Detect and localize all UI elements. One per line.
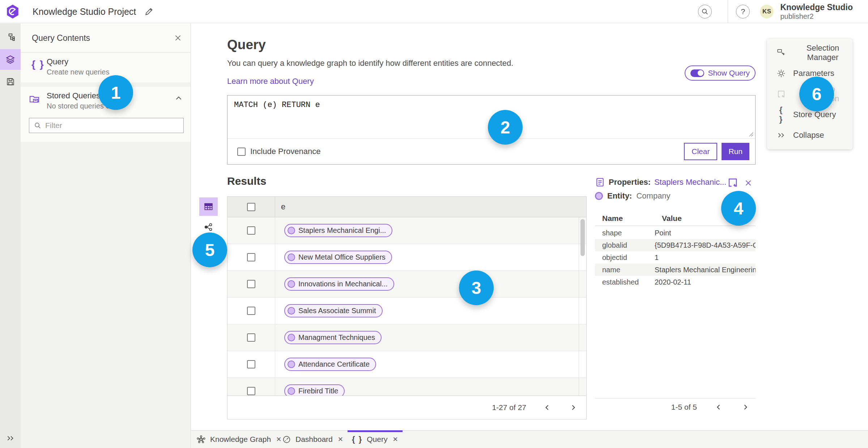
data-model-rail-button[interactable] [0, 27, 21, 48]
save-icon [6, 77, 15, 86]
entity-pill[interactable]: Innovations in Mechanical... [284, 277, 394, 291]
scrollbar-thumb[interactable] [580, 219, 585, 256]
table-row[interactable]: New Metal Office Suppliers [227, 244, 586, 271]
tab-query[interactable]: { } Query ✕ [348, 431, 403, 448]
results-next-page-button[interactable] [568, 402, 578, 413]
search-button[interactable] [698, 5, 712, 18]
row-checkbox[interactable] [247, 333, 255, 342]
filter-input[interactable] [45, 121, 179, 130]
braces-icon: { } [31, 59, 44, 70]
add-to-selection-icon [727, 177, 739, 188]
results-scrollbar[interactable] [579, 217, 586, 396]
table-row[interactable]: Innovations in Mechanical... [227, 271, 586, 298]
double-chevron-right-icon [6, 434, 15, 443]
properties-entity-link[interactable]: Staplers Mechanic... [654, 178, 726, 187]
panel-close-button[interactable] [173, 33, 183, 43]
entity-pill[interactable]: Sales Associate Summit [284, 304, 383, 317]
panel-header: Query Contents [21, 24, 191, 52]
table-icon [204, 202, 213, 212]
row-checkbox[interactable] [247, 387, 255, 395]
app-logo-icon[interactable] [5, 4, 20, 19]
add-to-selection-icon [776, 89, 786, 99]
entity-pill[interactable]: Firebird Title [284, 384, 345, 396]
select-all-checkbox[interactable] [247, 203, 255, 211]
show-query-toggle[interactable]: Show Query [685, 65, 756, 81]
properties-pagination: 1-5 of 5 [595, 398, 756, 416]
avatar[interactable]: KS [760, 5, 774, 18]
table-row[interactable]: Firebird Title [227, 378, 586, 396]
user-block[interactable]: Knowledge Studio publisher2 [780, 3, 853, 20]
table-row[interactable]: Attendance Certificate [227, 351, 586, 378]
tab-label: Knowledge Graph [210, 435, 271, 444]
row-checkbox[interactable] [247, 253, 255, 261]
table-row[interactable]: Sales Associate Summit [227, 298, 586, 324]
dashboard-icon [282, 435, 291, 444]
results-prev-page-button[interactable] [542, 402, 552, 413]
property-row[interactable]: name Staplers Mechanical Engineering [595, 264, 756, 276]
results-table-body: Staplers Mechanical Engi... New Metal Of… [227, 217, 586, 396]
close-icon [173, 33, 183, 43]
save-rail-button[interactable] [0, 71, 21, 92]
clear-button[interactable]: Clear [684, 143, 717, 160]
chevron-right-icon [741, 403, 750, 411]
properties-prev-page-button[interactable] [714, 402, 724, 412]
entity-pill[interactable]: Attendance Certificate [284, 358, 376, 371]
entity-pill[interactable]: Staplers Mechanical Engi... [284, 224, 392, 237]
toggle-switch-icon [690, 69, 704, 77]
properties-header: Properties: Staplers Mechanic... [595, 177, 726, 187]
knowledge-graph-icon [196, 435, 206, 444]
filter-field [29, 118, 184, 133]
properties-doc-icon [595, 177, 605, 187]
entity-dot-icon [288, 253, 295, 261]
row-checkbox[interactable] [247, 226, 255, 235]
chevron-up-icon [174, 94, 183, 103]
property-row[interactable]: established 2020-02-11 [595, 276, 756, 288]
collapse-item[interactable]: Collapse [767, 126, 852, 144]
row-checkbox[interactable] [247, 280, 255, 288]
table-row[interactable]: Staplers Mechanical Engi... [227, 217, 586, 244]
property-row[interactable]: globalid {5D9B4713-F98D-4A53-A59F-C11... [595, 239, 756, 251]
resize-handle[interactable] [748, 132, 754, 137]
add-to-selection-button[interactable] [727, 176, 739, 189]
tab-label: Query [367, 435, 387, 444]
header-checkbox-cell [227, 197, 275, 217]
entity-pill[interactable]: New Metal Office Suppliers [284, 251, 392, 264]
topbar-actions: ? KS Knowledge Studio publisher2 [698, 0, 868, 23]
run-button[interactable]: Run [722, 143, 749, 160]
entity-pill[interactable]: Managment Techniques [284, 331, 382, 344]
property-row[interactable]: objectid 1 [595, 251, 756, 264]
results-pagination: 1-27 of 27 [227, 396, 586, 419]
stored-queries-title: Stored Queries [47, 91, 100, 101]
learn-more-link[interactable]: Learn more about Query [227, 77, 314, 86]
contents-rail-button[interactable] [0, 49, 21, 70]
rail-collapse-button[interactable] [0, 434, 21, 443]
edit-title-button[interactable] [144, 7, 154, 17]
table-view-button[interactable] [199, 197, 218, 216]
user-name: publisher2 [780, 12, 853, 21]
results-pagination-label: 1-27 of 27 [492, 403, 526, 412]
layers-icon [5, 55, 15, 64]
callout-badge-5: 5 [192, 232, 227, 267]
help-icon: ? [741, 7, 745, 16]
chevron-right-icon [569, 403, 578, 412]
tab-close-icon[interactable]: ✕ [338, 435, 343, 443]
tab-knowledge-graph[interactable]: Knowledge Graph ✕ [192, 431, 286, 448]
row-checkbox[interactable] [247, 307, 255, 315]
callout-badge-2: 2 [488, 110, 523, 145]
user-app-name: Knowledge Studio [780, 3, 853, 12]
collapse-section-button[interactable] [174, 93, 184, 103]
tab-close-icon[interactable]: ✕ [392, 435, 398, 443]
selection-manager-item[interactable]: Selection Manager [767, 44, 852, 62]
include-provenance-checkbox[interactable] [237, 148, 246, 156]
row-checkbox[interactable] [247, 360, 255, 368]
query-item-subtitle: Create new queries [47, 68, 109, 76]
filter-search-icon [34, 121, 42, 129]
properties-close-button[interactable] [743, 178, 754, 188]
tab-dashboard[interactable]: Dashboard ✕ [278, 431, 348, 448]
table-row[interactable]: Managment Techniques [227, 324, 586, 351]
entity-dot-icon [595, 192, 603, 200]
callout-badge-4: 4 [721, 191, 756, 226]
help-button[interactable]: ? [736, 5, 750, 18]
property-row[interactable]: shape Point [595, 227, 756, 239]
properties-next-page-button[interactable] [740, 402, 750, 412]
